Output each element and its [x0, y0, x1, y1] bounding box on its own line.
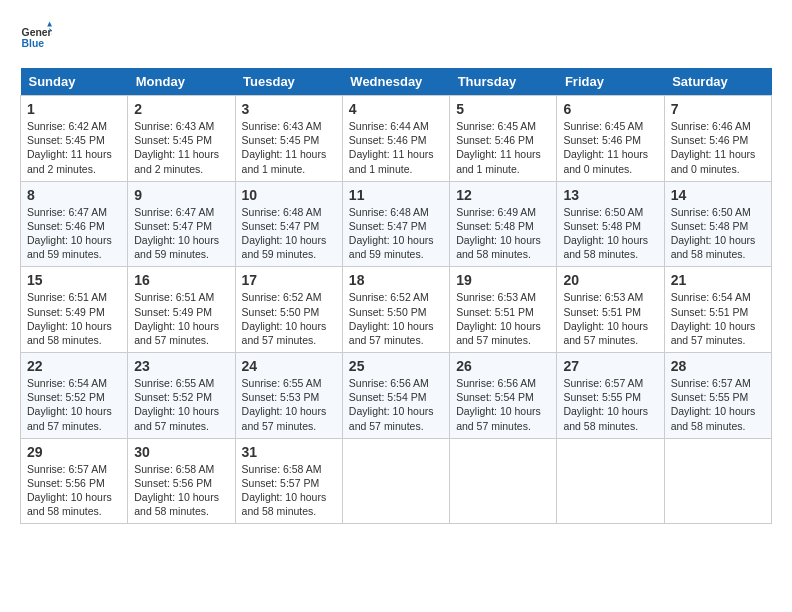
weekday-header-friday: Friday [557, 68, 664, 96]
day-number: 12 [456, 187, 550, 203]
calendar-cell: 11Sunrise: 6:48 AMSunset: 5:47 PMDayligh… [342, 181, 449, 267]
calendar-cell: 31Sunrise: 6:58 AMSunset: 5:57 PMDayligh… [235, 438, 342, 524]
calendar-cell [450, 438, 557, 524]
day-number: 5 [456, 101, 550, 117]
calendar-cell: 6Sunrise: 6:45 AMSunset: 5:46 PMDaylight… [557, 96, 664, 182]
svg-text:Blue: Blue [22, 38, 45, 49]
weekday-header-monday: Monday [128, 68, 235, 96]
day-number: 30 [134, 444, 228, 460]
day-info: Sunrise: 6:50 AMSunset: 5:48 PMDaylight:… [671, 205, 765, 262]
day-info: Sunrise: 6:45 AMSunset: 5:46 PMDaylight:… [563, 119, 657, 176]
day-number: 17 [242, 272, 336, 288]
calendar-cell: 25Sunrise: 6:56 AMSunset: 5:54 PMDayligh… [342, 353, 449, 439]
calendar-cell: 24Sunrise: 6:55 AMSunset: 5:53 PMDayligh… [235, 353, 342, 439]
svg-text:General: General [22, 27, 52, 38]
day-number: 16 [134, 272, 228, 288]
weekday-header-tuesday: Tuesday [235, 68, 342, 96]
day-number: 3 [242, 101, 336, 117]
day-number: 4 [349, 101, 443, 117]
day-info: Sunrise: 6:45 AMSunset: 5:46 PMDaylight:… [456, 119, 550, 176]
calendar-table: SundayMondayTuesdayWednesdayThursdayFrid… [20, 68, 772, 524]
calendar-cell: 3Sunrise: 6:43 AMSunset: 5:45 PMDaylight… [235, 96, 342, 182]
day-info: Sunrise: 6:51 AMSunset: 5:49 PMDaylight:… [27, 290, 121, 347]
day-number: 19 [456, 272, 550, 288]
calendar-cell: 29Sunrise: 6:57 AMSunset: 5:56 PMDayligh… [21, 438, 128, 524]
page-header: General Blue [20, 20, 772, 52]
calendar-cell [557, 438, 664, 524]
calendar-cell: 23Sunrise: 6:55 AMSunset: 5:52 PMDayligh… [128, 353, 235, 439]
day-number: 11 [349, 187, 443, 203]
calendar-cell [342, 438, 449, 524]
day-number: 13 [563, 187, 657, 203]
calendar-cell: 7Sunrise: 6:46 AMSunset: 5:46 PMDaylight… [664, 96, 771, 182]
weekday-header-saturday: Saturday [664, 68, 771, 96]
calendar-cell: 9Sunrise: 6:47 AMSunset: 5:47 PMDaylight… [128, 181, 235, 267]
day-number: 22 [27, 358, 121, 374]
day-number: 15 [27, 272, 121, 288]
day-info: Sunrise: 6:42 AMSunset: 5:45 PMDaylight:… [27, 119, 121, 176]
day-info: Sunrise: 6:58 AMSunset: 5:56 PMDaylight:… [134, 462, 228, 519]
day-number: 7 [671, 101, 765, 117]
day-info: Sunrise: 6:58 AMSunset: 5:57 PMDaylight:… [242, 462, 336, 519]
day-number: 8 [27, 187, 121, 203]
day-number: 29 [27, 444, 121, 460]
day-info: Sunrise: 6:47 AMSunset: 5:47 PMDaylight:… [134, 205, 228, 262]
calendar-cell: 16Sunrise: 6:51 AMSunset: 5:49 PMDayligh… [128, 267, 235, 353]
calendar-cell: 30Sunrise: 6:58 AMSunset: 5:56 PMDayligh… [128, 438, 235, 524]
day-info: Sunrise: 6:57 AMSunset: 5:56 PMDaylight:… [27, 462, 121, 519]
day-info: Sunrise: 6:53 AMSunset: 5:51 PMDaylight:… [563, 290, 657, 347]
day-number: 9 [134, 187, 228, 203]
day-number: 21 [671, 272, 765, 288]
day-info: Sunrise: 6:57 AMSunset: 5:55 PMDaylight:… [563, 376, 657, 433]
calendar-cell: 20Sunrise: 6:53 AMSunset: 5:51 PMDayligh… [557, 267, 664, 353]
day-info: Sunrise: 6:50 AMSunset: 5:48 PMDaylight:… [563, 205, 657, 262]
weekday-header-wednesday: Wednesday [342, 68, 449, 96]
day-info: Sunrise: 6:54 AMSunset: 5:52 PMDaylight:… [27, 376, 121, 433]
calendar-cell: 2Sunrise: 6:43 AMSunset: 5:45 PMDaylight… [128, 96, 235, 182]
calendar-cell: 5Sunrise: 6:45 AMSunset: 5:46 PMDaylight… [450, 96, 557, 182]
day-number: 23 [134, 358, 228, 374]
calendar-cell: 19Sunrise: 6:53 AMSunset: 5:51 PMDayligh… [450, 267, 557, 353]
day-info: Sunrise: 6:53 AMSunset: 5:51 PMDaylight:… [456, 290, 550, 347]
day-number: 28 [671, 358, 765, 374]
day-number: 20 [563, 272, 657, 288]
calendar-week-row: 15Sunrise: 6:51 AMSunset: 5:49 PMDayligh… [21, 267, 772, 353]
day-number: 27 [563, 358, 657, 374]
day-info: Sunrise: 6:48 AMSunset: 5:47 PMDaylight:… [242, 205, 336, 262]
calendar-cell: 4Sunrise: 6:44 AMSunset: 5:46 PMDaylight… [342, 96, 449, 182]
day-info: Sunrise: 6:56 AMSunset: 5:54 PMDaylight:… [349, 376, 443, 433]
calendar-cell: 27Sunrise: 6:57 AMSunset: 5:55 PMDayligh… [557, 353, 664, 439]
day-info: Sunrise: 6:54 AMSunset: 5:51 PMDaylight:… [671, 290, 765, 347]
calendar-cell: 12Sunrise: 6:49 AMSunset: 5:48 PMDayligh… [450, 181, 557, 267]
calendar-week-row: 22Sunrise: 6:54 AMSunset: 5:52 PMDayligh… [21, 353, 772, 439]
day-number: 31 [242, 444, 336, 460]
calendar-cell: 18Sunrise: 6:52 AMSunset: 5:50 PMDayligh… [342, 267, 449, 353]
calendar-cell: 15Sunrise: 6:51 AMSunset: 5:49 PMDayligh… [21, 267, 128, 353]
calendar-cell: 26Sunrise: 6:56 AMSunset: 5:54 PMDayligh… [450, 353, 557, 439]
calendar-cell: 13Sunrise: 6:50 AMSunset: 5:48 PMDayligh… [557, 181, 664, 267]
day-info: Sunrise: 6:55 AMSunset: 5:53 PMDaylight:… [242, 376, 336, 433]
calendar-cell: 22Sunrise: 6:54 AMSunset: 5:52 PMDayligh… [21, 353, 128, 439]
weekday-header-sunday: Sunday [21, 68, 128, 96]
day-number: 2 [134, 101, 228, 117]
day-info: Sunrise: 6:46 AMSunset: 5:46 PMDaylight:… [671, 119, 765, 176]
logo-icon: General Blue [20, 20, 52, 52]
day-number: 6 [563, 101, 657, 117]
day-info: Sunrise: 6:43 AMSunset: 5:45 PMDaylight:… [134, 119, 228, 176]
weekday-header-thursday: Thursday [450, 68, 557, 96]
weekday-header-row: SundayMondayTuesdayWednesdayThursdayFrid… [21, 68, 772, 96]
day-info: Sunrise: 6:49 AMSunset: 5:48 PMDaylight:… [456, 205, 550, 262]
day-number: 18 [349, 272, 443, 288]
day-info: Sunrise: 6:43 AMSunset: 5:45 PMDaylight:… [242, 119, 336, 176]
day-number: 10 [242, 187, 336, 203]
calendar-week-row: 8Sunrise: 6:47 AMSunset: 5:46 PMDaylight… [21, 181, 772, 267]
calendar-week-row: 29Sunrise: 6:57 AMSunset: 5:56 PMDayligh… [21, 438, 772, 524]
day-number: 14 [671, 187, 765, 203]
day-number: 25 [349, 358, 443, 374]
calendar-week-row: 1Sunrise: 6:42 AMSunset: 5:45 PMDaylight… [21, 96, 772, 182]
day-info: Sunrise: 6:52 AMSunset: 5:50 PMDaylight:… [349, 290, 443, 347]
day-info: Sunrise: 6:56 AMSunset: 5:54 PMDaylight:… [456, 376, 550, 433]
day-info: Sunrise: 6:57 AMSunset: 5:55 PMDaylight:… [671, 376, 765, 433]
calendar-cell: 14Sunrise: 6:50 AMSunset: 5:48 PMDayligh… [664, 181, 771, 267]
calendar-cell: 21Sunrise: 6:54 AMSunset: 5:51 PMDayligh… [664, 267, 771, 353]
